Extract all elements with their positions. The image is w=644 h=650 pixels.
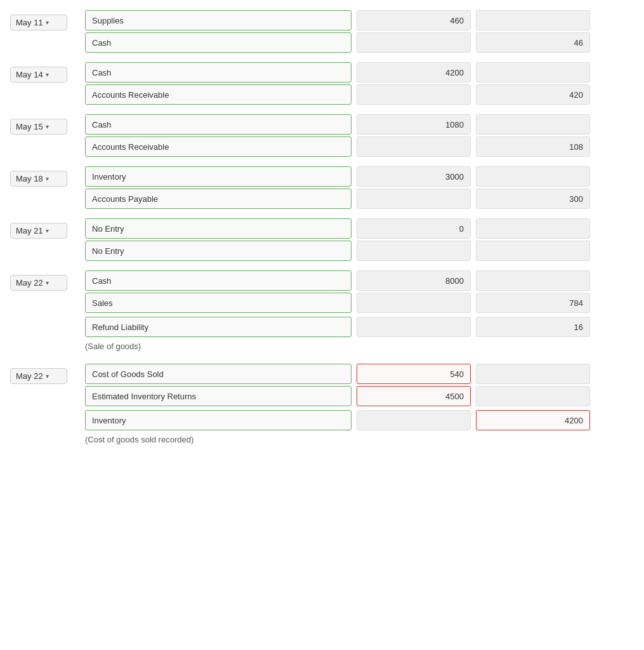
entry-block-may14: May 14▾	[10, 62, 634, 107]
empty-date-spacer	[10, 138, 67, 159]
credit-input[interactable]	[476, 10, 590, 30]
account-input[interactable]	[85, 10, 352, 30]
empty-date-spacer	[10, 34, 67, 55]
empty-date-spacer	[10, 319, 67, 339]
chevron-down-icon: ▾	[46, 71, 49, 78]
credit-input[interactable]	[476, 166, 590, 187]
date-label: May 11	[16, 18, 43, 27]
entry-line	[10, 315, 634, 339]
entry-note: (Cost of goods sold recorded)	[85, 432, 634, 449]
date-col	[10, 135, 80, 159]
debit-input[interactable]	[357, 32, 471, 53]
credit-input[interactable]	[476, 386, 590, 406]
account-input[interactable]	[85, 364, 352, 384]
credit-input[interactable]	[476, 136, 590, 157]
empty-date-spacer	[10, 86, 67, 107]
credit-input[interactable]	[476, 62, 590, 83]
chevron-down-icon: ▾	[46, 279, 49, 286]
date-dropdown[interactable]: May 21▾	[10, 223, 67, 239]
chevron-down-icon: ▾	[46, 19, 49, 26]
credit-input[interactable]	[476, 218, 590, 239]
date-col	[10, 408, 80, 432]
date-col	[10, 83, 80, 107]
debit-input[interactable]	[357, 410, 471, 430]
date-label: May 14	[16, 70, 43, 79]
date-dropdown[interactable]: May 11▾	[10, 15, 67, 30]
date-col: May 11▾	[10, 11, 80, 30]
account-input[interactable]	[85, 62, 352, 83]
debit-input[interactable]	[357, 317, 471, 337]
date-dropdown[interactable]: May 15▾	[10, 119, 67, 135]
debit-input[interactable]	[357, 270, 471, 291]
account-input[interactable]	[85, 218, 352, 239]
empty-date-spacer	[10, 295, 67, 315]
credit-input[interactable]	[476, 270, 590, 291]
entry-line	[10, 135, 634, 159]
account-input[interactable]	[85, 317, 352, 337]
empty-date-spacer	[10, 412, 67, 432]
date-dropdown[interactable]: May 18▾	[10, 171, 67, 187]
date-col	[10, 291, 80, 315]
debit-input[interactable]	[357, 84, 471, 105]
account-input[interactable]	[85, 136, 352, 157]
credit-input[interactable]	[476, 241, 590, 261]
date-col	[10, 187, 80, 211]
date-col: May 22▾	[10, 271, 80, 291]
credit-input[interactable]	[476, 364, 590, 384]
credit-input[interactable]	[476, 410, 590, 430]
date-dropdown[interactable]: May 14▾	[10, 67, 67, 83]
credit-input[interactable]	[476, 84, 590, 105]
account-input[interactable]	[85, 32, 352, 53]
date-col	[10, 239, 80, 263]
entry-block-may22a: May 22▾(Sale of goods)	[10, 270, 634, 356]
entry-line	[10, 83, 634, 107]
credit-input[interactable]	[476, 293, 590, 313]
empty-date-spacer	[10, 190, 67, 211]
entry-note: (Sale of goods)	[85, 339, 634, 356]
date-dropdown[interactable]: May 22▾	[10, 368, 67, 384]
entry-line	[10, 187, 634, 211]
credit-input[interactable]	[476, 32, 590, 53]
debit-input[interactable]	[357, 364, 471, 384]
debit-input[interactable]	[357, 166, 471, 187]
debit-input[interactable]	[357, 241, 471, 261]
account-input[interactable]	[85, 386, 352, 406]
account-input[interactable]	[85, 84, 352, 105]
entry-line: May 18▾	[10, 166, 634, 187]
entry-line: May 22▾	[10, 364, 634, 384]
account-input[interactable]	[85, 114, 352, 135]
account-input[interactable]	[85, 293, 352, 313]
date-col: May 18▾	[10, 167, 80, 187]
credit-input[interactable]	[476, 189, 590, 209]
entry-line	[10, 408, 634, 432]
debit-input[interactable]	[357, 10, 471, 30]
account-input[interactable]	[85, 410, 352, 430]
debit-input[interactable]	[357, 189, 471, 209]
journal-section: May 11▾May 14▾May 15▾May 18▾May 21▾May 2…	[10, 10, 634, 449]
date-label: May 15	[16, 122, 43, 131]
entry-line: May 21▾	[10, 218, 634, 239]
debit-input[interactable]	[357, 62, 471, 83]
chevron-down-icon: ▾	[46, 175, 49, 182]
entry-line	[10, 291, 634, 315]
entry-block-may15: May 15▾	[10, 114, 634, 159]
credit-input[interactable]	[476, 317, 590, 337]
empty-date-spacer	[10, 242, 67, 263]
debit-input[interactable]	[357, 136, 471, 157]
entry-line	[10, 239, 634, 263]
date-label: May 22	[16, 278, 43, 288]
debit-input[interactable]	[357, 386, 471, 406]
entry-line: May 11▾	[10, 10, 634, 30]
debit-input[interactable]	[357, 114, 471, 135]
account-input[interactable]	[85, 189, 352, 209]
debit-input[interactable]	[357, 218, 471, 239]
entry-line	[10, 30, 634, 55]
date-dropdown[interactable]: May 22▾	[10, 275, 67, 291]
account-input[interactable]	[85, 270, 352, 291]
account-input[interactable]	[85, 241, 352, 261]
debit-input[interactable]	[357, 293, 471, 313]
date-col: May 14▾	[10, 63, 80, 83]
account-input[interactable]	[85, 166, 352, 187]
credit-input[interactable]	[476, 114, 590, 135]
entry-line: May 14▾	[10, 62, 634, 83]
